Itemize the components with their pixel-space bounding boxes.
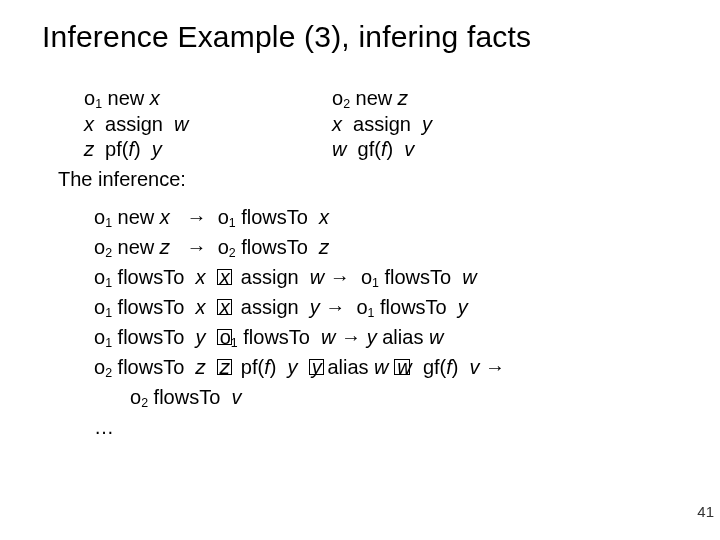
page-number: 41 xyxy=(697,503,714,520)
fact-line: o1 new x xyxy=(84,86,332,112)
inference-heading: The inference: xyxy=(58,168,186,191)
box-icon xyxy=(217,299,233,315)
inference-line: o2 new z → o2 flowsTo z xyxy=(94,232,505,262)
fact-text: w gf(f) v xyxy=(332,138,414,160)
fact-text: o2 new z xyxy=(332,87,408,109)
inference-line: o1 flowsTo x x assign y → o1 flowsTo y xyxy=(94,292,505,322)
inference-line: o1 new x → o1 flowsTo x xyxy=(94,202,505,232)
facts-block: o1 new x x assign w z pf(f) y o2 new z x… xyxy=(84,86,660,163)
box-icon xyxy=(309,359,325,375)
box-icon xyxy=(394,359,410,375)
box-icon xyxy=(217,269,233,285)
fact-text: z pf(f) y xyxy=(84,138,162,160)
slide: Inference Example (3), infering facts o1… xyxy=(0,0,720,540)
inference-line: o1 flowsTo y o1 flowsTo w → y alias w xyxy=(94,322,505,352)
fact-line: o2 new z xyxy=(332,86,592,112)
fact-line: w gf(f) v xyxy=(332,137,592,163)
inference-line: o2 flowsTo z z pf(f) y y alias w w gf(f)… xyxy=(94,352,505,382)
inference-line-continuation: o2 flowsTo v xyxy=(130,382,505,412)
inference-line: o1 flowsTo x x assign w → o1 flowsTo w xyxy=(94,262,505,292)
fact-text: o1 new x xyxy=(84,87,160,109)
facts-left-col: o1 new x x assign w z pf(f) y xyxy=(84,86,332,163)
inference-ellipsis: … xyxy=(94,412,505,442)
fact-text: x assign y xyxy=(332,113,432,135)
fact-line: z pf(f) y xyxy=(84,137,332,163)
box-icon xyxy=(217,329,233,345)
box-icon xyxy=(217,359,233,375)
facts-right-col: o2 new z x assign y w gf(f) v xyxy=(332,86,592,163)
inference-block: o1 new x → o1 flowsTo x o2 new z → o2 fl… xyxy=(94,202,505,442)
fact-text: x assign w xyxy=(84,113,189,135)
fact-line: x assign y xyxy=(332,112,592,138)
fact-line: x assign w xyxy=(84,112,332,138)
slide-title: Inference Example (3), infering facts xyxy=(42,20,531,54)
